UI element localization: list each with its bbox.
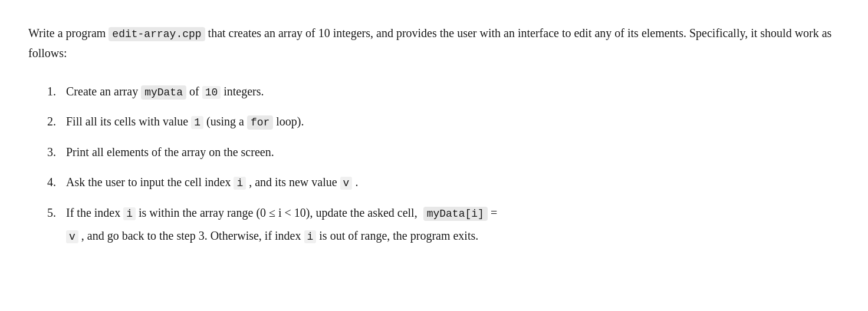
list-item-1: 1. Create an array myData of 10 integers… [47, 82, 840, 102]
item-3-text: Print all elements of the array on the s… [66, 145, 274, 158]
item-3-content: Print all elements of the array on the s… [66, 143, 840, 162]
item-5-cont-code-i: i [304, 230, 317, 243]
item-2-code-1: 1 [191, 116, 203, 129]
item-4-text-2: , and its new value [246, 176, 340, 188]
item-2-code-for: for [247, 115, 273, 130]
item-1-text-2: of [186, 85, 202, 98]
item-2-content: Fill all its cells with value 1 (using a… [66, 112, 840, 132]
item-5-code-mydata-i: myData[i] [423, 207, 488, 221]
item-5-cont-code-v: v [66, 230, 78, 243]
item-4-number: 4. [47, 173, 66, 192]
intro-text-before: Write a program [28, 27, 108, 39]
intro-text: Write a program edit-array.cpp that crea… [28, 24, 840, 63]
item-5-code-i: i [123, 207, 136, 220]
item-5-cont-text-2: is out of range, the program exits. [316, 229, 478, 242]
instructions-list: 1. Create an array myData of 10 integers… [28, 82, 840, 223]
item-5-cont-text: , and go back to the step 3. Otherwise, … [78, 229, 304, 242]
item-1-code-10: 10 [202, 86, 221, 99]
item-3-number: 3. [47, 143, 66, 162]
item-2-text-3: loop). [273, 115, 304, 128]
filename-code: edit-array.cpp [108, 27, 205, 41]
item-5-text-equals: = [488, 206, 497, 219]
item-2-number: 2. [47, 112, 66, 131]
list-item-3: 3. Print all elements of the array on th… [47, 143, 840, 162]
item-1-text-1: Create an array [66, 85, 141, 98]
intro-paragraph: Write a program edit-array.cpp that crea… [28, 24, 840, 63]
item-5-content: If the index i is within the array range… [66, 203, 840, 223]
item-4-code-i: i [234, 177, 246, 190]
item-1-text-3: integers. [221, 85, 264, 98]
list-item-5: 5. If the index i is within the array ra… [47, 203, 840, 223]
item-5-text-1: If the index [66, 206, 123, 219]
item-2-text-1: Fill all its cells with value [66, 115, 191, 128]
item-1-number: 1. [47, 82, 66, 101]
item-5-number: 5. [47, 203, 66, 223]
item-4-content: Ask the user to input the cell index i ,… [66, 173, 840, 193]
item-4-text-1: Ask the user to input the cell index [66, 176, 234, 188]
item-4-code-v: v [340, 177, 353, 190]
item-4-text-3: . [352, 176, 358, 188]
item-5-text-2: is within the array range (0 ≤ i < 10), … [136, 206, 423, 219]
list-item-4: 4. Ask the user to input the cell index … [47, 173, 840, 193]
item-1-code-mydata: myData [141, 85, 186, 100]
item-5-continuation: v , and go back to the step 3. Otherwise… [28, 226, 840, 246]
item-1-content: Create an array myData of 10 integers. [66, 82, 840, 102]
item-2-text-2: (using a [203, 115, 247, 128]
list-item-2: 2. Fill all its cells with value 1 (usin… [47, 112, 840, 132]
